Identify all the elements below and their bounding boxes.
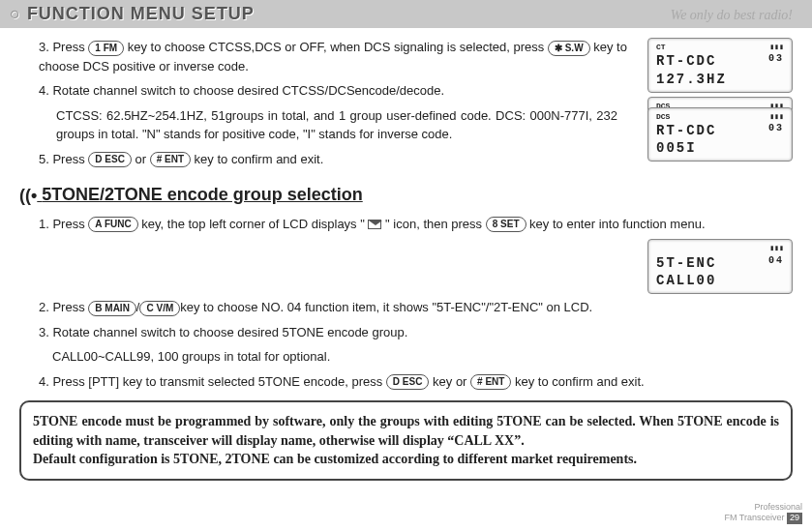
lcd4-batt: ▮▮▮ <box>770 244 784 253</box>
note-line1: 5TONE encode must be programmed by softw… <box>33 412 779 450</box>
step-4-line2: CTCSS: 62.5HZ~254.1HZ, 51groups in total… <box>56 106 617 144</box>
lcd-display-3: DCS▮▮▮ RT-CDC 03 005I <box>647 107 793 162</box>
lcd1-tag: CT <box>656 43 666 52</box>
lcd-display-4: ▮▮▮ 5T-ENC 04 CALL00 <box>647 239 793 294</box>
key-c-vm: C V/M <box>139 301 180 316</box>
footer-l1: Professional <box>754 502 802 512</box>
key-star-sw: ✱ S.W <box>548 41 590 56</box>
lcd1-line1: RT-CDC 03 <box>656 52 784 70</box>
header-bullet: ○ <box>10 4 21 23</box>
substep-3-line1: 3. Rotate channel switch to choose desir… <box>39 323 793 342</box>
lcd1-line2: 127.3HZ <box>656 71 784 88</box>
lcd4-line1: 5T-ENC 04 <box>656 254 784 272</box>
page-number: 29 <box>787 513 802 524</box>
key-d-esc: D ESC <box>88 152 132 167</box>
page-footer: Professional FM Transceiver 29 <box>724 503 802 524</box>
substep-2: 2. Press B MAIN/C V/Mkey to choose NO. 0… <box>39 298 639 317</box>
footer-l2: FM Transceiver <box>724 513 784 522</box>
substep-3-line2: CALL00~CALL99, 100 groups in total for o… <box>52 347 793 367</box>
lcd3-batt: ▮▮▮ <box>770 112 784 122</box>
lcd4-line2: CALL00 <box>656 272 784 289</box>
substep-1: 1. Press A FUNC key, the top left corner… <box>39 215 793 234</box>
step-5: 5. Press D ESC or # ENT key to confirm a… <box>39 150 638 169</box>
section-subheader: ((• 5TONE/2TONE encode group selection <box>19 182 793 209</box>
mail-icon <box>368 220 381 229</box>
lcd3-line1: RT-CDC 03 <box>656 122 784 139</box>
note-box: 5TONE encode must be programmed by softw… <box>19 400 793 481</box>
key-hash-ent: # ENT <box>150 152 191 167</box>
header-title: FUNCTION MENU SETUP <box>27 4 255 23</box>
lcd3-tag: DCS <box>656 112 670 122</box>
step-4-line1: 4. Rotate channel switch to choose desir… <box>39 81 638 101</box>
signal-icon: ((• <box>19 183 37 209</box>
substep-4: 4. Press [PTT] key to transmit selected … <box>39 372 793 392</box>
key-d-esc-2: D ESC <box>386 374 430 390</box>
lcd3-line2: 005I <box>656 139 784 157</box>
main-content: CT▮▮▮ RT-CDC 03 127.3HZ 3. Press 1 FM ke… <box>0 28 812 481</box>
step-3: 3. Press 1 FM key to choose CTCSS,DCS or… <box>39 38 638 75</box>
key-a-func: A FUNC <box>88 217 137 232</box>
slogan-text: We only do best radio! <box>671 8 793 23</box>
key-1fm: 1 FM <box>88 41 124 56</box>
lcd-display-1: CT▮▮▮ RT-CDC 03 127.3HZ <box>647 38 793 93</box>
key-8-set: 8 SET <box>486 217 526 232</box>
lcd1-batt: ▮▮▮ <box>770 43 784 52</box>
key-hash-ent-2: # ENT <box>470 374 511 390</box>
note-line2: Default configuration is 5TONE, 2TONE ca… <box>33 450 779 469</box>
key-b-main: B MAIN <box>88 301 136 316</box>
